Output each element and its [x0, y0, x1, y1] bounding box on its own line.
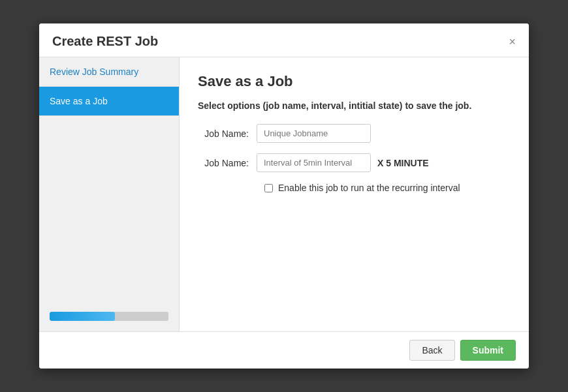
job-name-row: Job Name: [198, 124, 511, 143]
content-title: Save as a Job [198, 73, 511, 90]
recurring-interval-checkbox[interactable] [264, 184, 273, 192]
sidebar-item-label: Review Job Summary [50, 67, 138, 77]
modal-dialog: Create REST Job × Review Job Summary Sav… [39, 23, 529, 369]
interval-input[interactable] [257, 153, 371, 172]
back-button[interactable]: Back [409, 340, 454, 361]
recurring-interval-label[interactable]: Enable this job to run at the recurring … [278, 183, 460, 193]
interval-label: Job Name: [198, 158, 257, 168]
close-button[interactable]: × [509, 36, 516, 48]
sidebar-item-label: Save as a Job [50, 96, 108, 106]
sidebar-item-save-as-job[interactable]: Save as a Job [39, 87, 179, 116]
sidebar-nav: Review Job Summary Save as a Job [39, 57, 179, 116]
sidebar: Review Job Summary Save as a Job [39, 57, 180, 331]
submit-button[interactable]: Submit [460, 340, 516, 361]
interval-suffix: X 5 MINUTE [377, 158, 429, 168]
modal-footer: Back Submit [39, 331, 529, 369]
modal-title: Create REST Job [52, 34, 158, 49]
checkbox-row: Enable this job to run at the recurring … [264, 183, 511, 193]
progress-bar-container [50, 312, 168, 321]
job-name-input[interactable] [257, 124, 371, 143]
sidebar-item-review-job-summary[interactable]: Review Job Summary [39, 57, 179, 87]
content-area: Save as a Job Select options (job name, … [180, 57, 529, 331]
content-description: Select options (job name, interval, inti… [198, 100, 511, 111]
modal-body: Review Job Summary Save as a Job Save as… [39, 57, 529, 331]
job-name-label: Job Name: [198, 128, 257, 139]
interval-row: Job Name: X 5 MINUTE [198, 153, 511, 172]
modal-header: Create REST Job × [39, 23, 529, 57]
sidebar-footer [39, 301, 179, 331]
progress-bar-fill [50, 312, 115, 321]
